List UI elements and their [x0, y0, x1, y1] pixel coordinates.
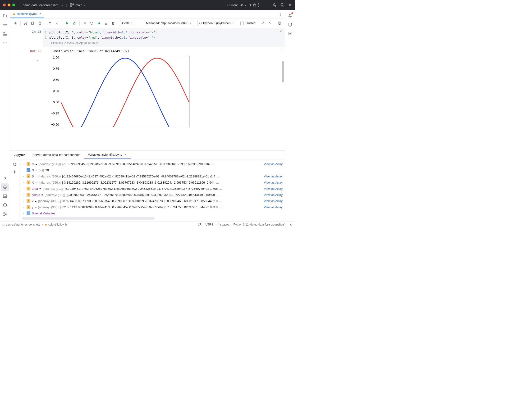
services-tool-icon[interactable] — [1, 174, 9, 182]
horiz-scrollbar[interactable] — [22, 217, 155, 219]
notifications-icon[interactable] — [286, 12, 294, 19]
server-selector[interactable]: Managed: http://localhost:8890 ▼ — [144, 20, 194, 26]
problems-tool-icon[interactable] — [1, 201, 9, 209]
vars-list[interactable]: ›≡ C = {ndarray: (256,)} [-1. -0.9996964… — [19, 159, 285, 221]
expand-icon[interactable]: › — [21, 200, 25, 202]
interrupt-icon[interactable] — [81, 20, 88, 26]
expand-icon[interactable]: › — [21, 175, 25, 178]
more-icon[interactable] — [256, 3, 261, 7]
paste-icon[interactable] — [37, 20, 43, 26]
inspection-ok-icon[interactable]: ✓ — [280, 29, 283, 33]
close-tab-icon[interactable]: ✕ — [124, 153, 127, 156]
branch-selector[interactable]: main ▾ — [68, 2, 87, 8]
open-in-browser-icon[interactable] — [277, 20, 283, 26]
svg-point-15 — [5, 42, 5, 43]
fold-output-icon[interactable]: ⌄ — [34, 57, 41, 125]
code-cell[interactable]: In 25 1plt.plot(X, C, color="blue", line… — [10, 28, 285, 47]
chevron-down-icon: ▾ — [245, 4, 246, 6]
svg-point-5 — [258, 5, 259, 5]
debug-cell-icon[interactable] — [71, 20, 78, 26]
run-all-icon[interactable] — [96, 20, 102, 26]
project-selector[interactable]: demo-data-for-screenshot... ▾ — [21, 2, 65, 8]
run-cell-icon[interactable] — [64, 20, 71, 26]
expand-icon[interactable]: › — [21, 194, 25, 196]
expand-icon[interactable]: › — [21, 163, 25, 165]
titlebar: demo-data-for-screenshot... ▾ | main ▾ C… — [0, 0, 295, 10]
jupyter-tool-icon[interactable] — [1, 183, 9, 191]
tab-more-icon[interactable]: ⋮ — [276, 10, 285, 18]
ytick-label: 0.00 — [51, 101, 59, 104]
view-as-array-link[interactable]: View as Array — [264, 187, 285, 190]
server-tab[interactable]: Server: demo-data-for-screenshots — [29, 150, 84, 159]
view-as-array-link[interactable]: View as Array — [264, 175, 285, 178]
minimize-icon[interactable] — [8, 4, 10, 6]
variable-row[interactable]: ›≡ S = {ndarray: (256,)} [-1.22464680e-1… — [19, 173, 285, 179]
add-cell-icon[interactable] — [12, 20, 18, 26]
copy-icon[interactable] — [30, 20, 36, 26]
view-as-array-link[interactable]: View as Array — [264, 205, 285, 209]
move-up-icon[interactable] — [47, 20, 53, 26]
view-as-array-link[interactable]: View as Array — [264, 193, 285, 197]
close-icon[interactable] — [3, 4, 6, 6]
file-tab[interactable]: ◆ scientific.ipynb ✕ — [10, 10, 44, 18]
expand-icon[interactable]: › — [21, 212, 25, 215]
search-icon[interactable] — [280, 3, 285, 7]
kernel-selector[interactable]: Python 3 (ipykernel) ▼ — [197, 20, 236, 26]
trusted-toggle[interactable]: Trusted — [240, 21, 255, 25]
restart-icon[interactable] — [89, 20, 95, 26]
variable-row[interactable]: ›≡ X = {ndarray: (256,)} [-3.14159265 -3… — [19, 179, 285, 186]
jupyter-tab[interactable]: Jupyter — [10, 150, 29, 159]
next-cell-icon[interactable] — [267, 20, 273, 26]
code-with-me-icon[interactable] — [273, 3, 277, 7]
expand-icon[interactable]: › — [21, 188, 25, 190]
cell-type-selector[interactable]: Code ▼ — [120, 20, 135, 26]
line-sep-status[interactable]: LF — [198, 223, 201, 226]
variables-tab[interactable]: Variables: scientific.ipynb ✕ — [84, 150, 131, 159]
breadcrumb-project[interactable]: ▢ demo-data-for-screenshots — [2, 223, 40, 226]
close-tab-icon[interactable]: ✕ — [39, 12, 41, 16]
variable-row[interactable]: ›≡ colors = {ndarray: (30,)} [0.08682093… — [19, 192, 285, 198]
sciview-tool-icon[interactable] — [286, 30, 294, 38]
database-tool-icon[interactable] — [286, 21, 294, 28]
run-icon[interactable] — [248, 3, 252, 7]
reload-vars-icon[interactable] — [12, 161, 18, 167]
expand-icon[interactable]: › — [21, 206, 25, 209]
view-as-array-link[interactable]: View as Array — [264, 162, 285, 166]
expand-icon[interactable]: › — [21, 181, 25, 184]
notebook-editor[interactable]: ✓ In 25 1plt.plot(X, C, color="blue", li… — [10, 28, 285, 150]
variable-row[interactable]: ›:: Special Variables — [19, 210, 285, 216]
output-more-icon[interactable]: ⋮ — [279, 47, 283, 51]
delete-cell-icon[interactable] — [110, 20, 116, 26]
variable-row[interactable]: 01 N = {int} 30 — [19, 167, 285, 173]
readonly-lock-icon[interactable] — [290, 222, 293, 227]
code-line[interactable]: 2plt.plot(X, S, color="red", linewidth=2… — [43, 35, 285, 40]
move-down-icon[interactable] — [54, 20, 60, 26]
code-body[interactable]: 1plt.plot(X, C, color="blue", linewidth=… — [43, 28, 285, 47]
clear-outputs-icon[interactable] — [103, 20, 109, 26]
cut-icon[interactable] — [23, 20, 29, 26]
settings-gear-icon[interactable] — [288, 3, 292, 7]
terminal-tool-icon[interactable] — [1, 192, 9, 200]
vars-settings-icon[interactable] — [12, 169, 18, 175]
prev-cell-icon[interactable] — [260, 20, 266, 26]
project-tool-icon[interactable] — [1, 12, 9, 19]
run-config-selector[interactable]: Current File ▾ — [225, 2, 248, 8]
more-tool-icon[interactable] — [1, 39, 9, 47]
encoding-status[interactable]: UTF-8 — [206, 223, 214, 226]
variable-row[interactable]: ›≡ x = {ndarray: (30,)} [0.87186483 0.37… — [19, 198, 285, 204]
breadcrumb-file[interactable]: ◆ scientific.ipynb — [45, 223, 67, 226]
commit-tool-icon[interactable] — [1, 21, 9, 28]
interpreter-status[interactable]: Python 3.11 (demo-data-for-screenshots) — [233, 223, 286, 226]
variable-row[interactable]: ›≡ area = {ndarray: (30,)} [6.79394517e+… — [19, 186, 285, 192]
truncation-dots: … — [219, 199, 222, 203]
zoom-icon[interactable] — [12, 4, 15, 6]
structure-tool-icon[interactable] — [1, 30, 9, 38]
vcs-tool-icon[interactable] — [1, 210, 9, 218]
indent-status[interactable]: 4 spaces — [218, 223, 229, 226]
view-as-array-link[interactable]: View as Array — [264, 181, 285, 184]
code-line[interactable]: 1plt.plot(X, C, color="blue", linewidth=… — [43, 30, 285, 35]
variable-row[interactable]: ›≡ y = {ndarray: (30,)} [0.21051243 0.68… — [19, 204, 285, 210]
view-as-array-link[interactable]: View as Array — [264, 199, 285, 203]
variable-row[interactable]: ›≡ C = {ndarray: (256,)} [-1. -0.9996964… — [19, 161, 285, 167]
debug-icon[interactable] — [252, 3, 256, 7]
